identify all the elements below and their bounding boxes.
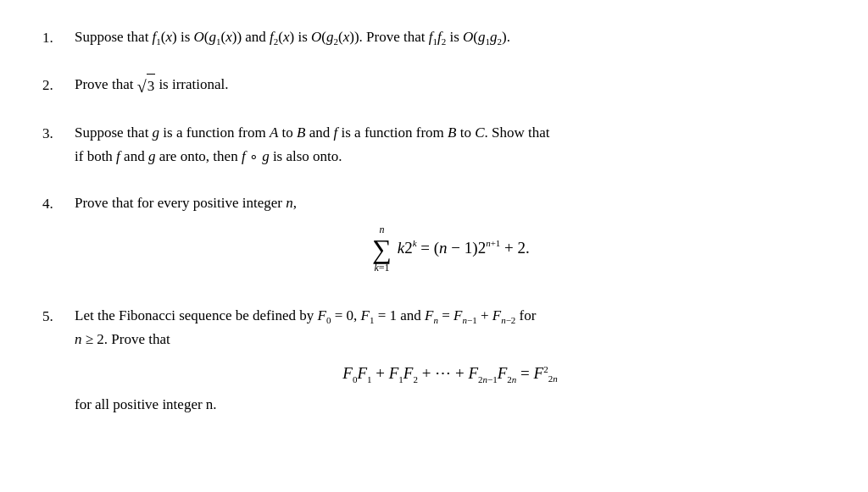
- equation-4: n ∑ k=1 k2k = (n − 1)2n+1 + 2.: [75, 224, 826, 274]
- problem-number-2: 2.: [42, 73, 75, 97]
- problem-number-5: 5.: [42, 304, 75, 328]
- problem-content-3: Suppose that g is a function from A to B…: [75, 121, 826, 167]
- problem-content-4: Prove that for every positive integer n,…: [75, 191, 826, 281]
- problem-item-4: 4. Prove that for every positive integer…: [42, 191, 826, 281]
- problem-item-3: 3. Suppose that g is a function from A t…: [42, 121, 826, 167]
- problem-number-3: 3.: [42, 121, 75, 145]
- problem-number-1: 1.: [42, 25, 75, 49]
- sigma-glyph: ∑: [372, 235, 392, 263]
- problem-item-5: 5. Let the Fibonacci sequence be defined…: [42, 304, 826, 416]
- problem-content-5: Let the Fibonacci sequence be defined by…: [75, 304, 826, 416]
- problem-item-2: 2. Prove that √3 is irrational.: [42, 73, 826, 97]
- problem-number-4: 4.: [42, 191, 75, 215]
- problem-content-1: Suppose that f1(x) is O(g1(x)) and f2(x)…: [75, 25, 826, 48]
- equation-5: F0F1 + F1F2 + ⋯ + F2n−1F2n = F22n: [75, 361, 826, 386]
- problem-item-1: 1. Suppose that f1(x) is O(g1(x)) and f2…: [42, 25, 826, 49]
- problem-list: 1. Suppose that f1(x) is O(g1(x)) and f2…: [42, 25, 826, 416]
- sigma-symbol: n ∑ k=1: [372, 224, 392, 274]
- sigma-bottom: k=1: [375, 263, 390, 274]
- footer-text: for all positive integer n.: [75, 396, 217, 412]
- problem-content-2: Prove that √3 is irrational.: [75, 73, 826, 97]
